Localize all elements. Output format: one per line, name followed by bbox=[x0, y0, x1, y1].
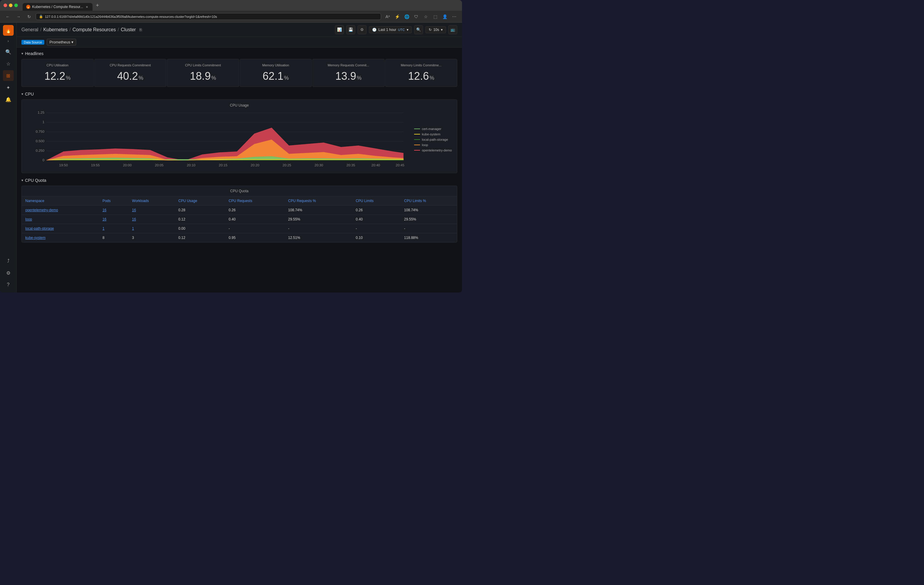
sidebar-item-search[interactable]: 🔍 bbox=[3, 46, 14, 57]
user-avatar[interactable]: 👤 bbox=[441, 13, 449, 21]
col-cpu-requests: CPU Requests bbox=[225, 197, 285, 206]
new-tab-button[interactable]: + bbox=[94, 2, 101, 9]
headline-card-mem-util: Memory Utilisation 62.1% bbox=[240, 59, 312, 87]
workloads-link-lps[interactable]: 1 bbox=[132, 226, 134, 231]
close-button[interactable] bbox=[3, 3, 7, 7]
svg-text:20:25: 20:25 bbox=[283, 164, 291, 167]
headline-value-mem-util: 62.1% bbox=[245, 70, 307, 83]
cpu-section-header[interactable]: ▾ CPU bbox=[21, 92, 457, 96]
breadcrumb-kubernetes[interactable]: Kubernetes bbox=[43, 27, 68, 32]
browser-tab[interactable]: 🔥 Kubernetes / Compute Resour... ✕ bbox=[23, 3, 92, 11]
breadcrumb-cluster[interactable]: Cluster bbox=[121, 27, 136, 32]
sidebar-item-help[interactable]: ? bbox=[3, 279, 14, 290]
forward-button[interactable]: → bbox=[14, 13, 23, 21]
sidebar-bottom: ⤴ ⚙ ? bbox=[3, 256, 14, 290]
minimize-button[interactable] bbox=[9, 3, 13, 7]
sidebar-toggle-button[interactable]: › bbox=[3, 38, 14, 44]
profile-icon[interactable]: 🌐 bbox=[403, 13, 411, 21]
back-button[interactable]: ← bbox=[3, 13, 12, 21]
svg-text:1: 1 bbox=[43, 121, 45, 124]
pods-link-loop[interactable]: 16 bbox=[102, 217, 106, 221]
pods-link-otel[interactable]: 16 bbox=[102, 208, 106, 212]
star-icon[interactable]: ☆ bbox=[422, 13, 430, 21]
grafana-logo[interactable]: 🔥 bbox=[3, 25, 14, 36]
cpu-requests-pct-lps: - bbox=[285, 224, 352, 233]
translate-icon[interactable]: Aᵃ bbox=[383, 13, 392, 21]
datasource-label: Data Source bbox=[21, 40, 45, 45]
legend-color-loop bbox=[414, 145, 420, 145]
sidebar-item-settings[interactable]: ⚙ bbox=[3, 268, 14, 278]
more-options-icon[interactable]: ⋯ bbox=[450, 13, 459, 21]
cpu-usage-otel: 0.28 bbox=[175, 206, 225, 215]
cpu-requests-pct-kube: 12.51% bbox=[285, 233, 352, 243]
headline-title-mem-req: Memory Requests Commit... bbox=[317, 63, 380, 67]
svg-text:20:15: 20:15 bbox=[219, 164, 227, 167]
headlines-section-header[interactable]: ▾ Headlines bbox=[21, 51, 457, 56]
time-range-picker[interactable]: 🕐 Last 1 hour UTC ▾ bbox=[369, 26, 412, 33]
cpu-requests-lps: - bbox=[225, 224, 285, 233]
refresh-button[interactable]: ↻ 10s ▾ bbox=[426, 26, 446, 33]
svg-text:20:20: 20:20 bbox=[251, 164, 259, 167]
col-namespace: Namespace bbox=[22, 197, 99, 206]
workloads-link-loop[interactable]: 16 bbox=[132, 217, 136, 221]
cpu-requests-pct-otel: 108.74% bbox=[285, 206, 352, 215]
time-range-text: Last 1 hour bbox=[378, 28, 396, 32]
refresh-nav-button[interactable]: ↻ bbox=[25, 13, 33, 21]
namespace-link-lps[interactable]: local-path-storage bbox=[25, 226, 54, 231]
namespace-link-kube[interactable]: kube-system bbox=[25, 236, 46, 240]
address-bar[interactable]: 🔒 127.0.0.1:61697/d/efa86fd1d0c121a26444… bbox=[36, 13, 381, 20]
share-icon[interactable]: ⎘ bbox=[140, 27, 142, 32]
sidebar-item-alerting[interactable]: 🔔 bbox=[3, 94, 14, 105]
tab-close-button[interactable]: ✕ bbox=[85, 5, 89, 9]
pods-link-lps[interactable]: 1 bbox=[102, 226, 104, 231]
cpu-chevron: ▾ bbox=[21, 92, 23, 96]
cpu-quota-section: CPU Quota Namespace Pods Workloads CPU U… bbox=[21, 186, 457, 243]
refresh-chevron: ▾ bbox=[441, 28, 443, 32]
breadcrumb-compute[interactable]: Compute Resources bbox=[73, 27, 116, 32]
toolbar: Data Source Prometheus ▾ bbox=[16, 37, 462, 48]
col-pods: Pods bbox=[99, 197, 128, 206]
cpu-chart-area: 1.25 1 0.750 0.500 0.250 0 bbox=[25, 110, 454, 169]
headline-card-cpu-req: CPU Requests Commitment 40.2% bbox=[94, 59, 167, 87]
cpu-requests-pct-loop: 29.55% bbox=[285, 215, 352, 224]
svg-text:0.250: 0.250 bbox=[36, 149, 45, 152]
sidebar-item-signout[interactable]: ⤴ bbox=[3, 256, 14, 266]
extensions-icon[interactable]: ⚡ bbox=[393, 13, 401, 21]
namespace-link-otel[interactable]: opentelemetry-demo bbox=[25, 208, 58, 212]
cpu-usage-lps: 0.00 bbox=[175, 224, 225, 233]
cpu-quota-section-header[interactable]: ▾ CPU Quota bbox=[21, 178, 457, 183]
legend-label-cert-manager: cert-manager bbox=[422, 127, 441, 131]
legend-local-path-storage: local-path-storage bbox=[414, 138, 454, 141]
dashboard-settings-button[interactable]: ⚙ bbox=[358, 25, 366, 34]
cpu-quota-table: Namespace Pods Workloads CPU Usage CPU R… bbox=[22, 197, 457, 242]
datasource-dropdown[interactable]: Prometheus ▾ bbox=[47, 39, 76, 46]
cpu-usage-loop: 0.12 bbox=[175, 215, 225, 224]
zoom-out-button[interactable]: 🔍 bbox=[414, 25, 423, 34]
sidebar-item-starred[interactable]: ☆ bbox=[3, 58, 14, 69]
sidebar-item-explore[interactable]: ✦ bbox=[3, 82, 14, 93]
namespace-link-loop[interactable]: loop bbox=[25, 217, 32, 221]
headline-title-cpu-lim: CPU Limits Commitment bbox=[172, 63, 234, 67]
sidebar: 🔥 › 🔍 ☆ ⊞ ✦ 🔔 ⤴ ⚙ ? bbox=[0, 23, 16, 292]
headline-value-cpu-req: 40.2% bbox=[99, 70, 162, 83]
headline-card-cpu-lim: CPU Limits Commitment 18.9% bbox=[167, 59, 239, 87]
add-panel-button[interactable]: 📊 bbox=[335, 25, 344, 34]
breadcrumb-general[interactable]: General bbox=[21, 27, 38, 32]
workloads-link-otel[interactable]: 16 bbox=[132, 208, 136, 212]
headline-card-cpu-util: CPU Utilisation 12.2% bbox=[21, 59, 94, 87]
maximize-button[interactable] bbox=[14, 3, 18, 7]
shield-icon[interactable]: 🛡 bbox=[412, 13, 420, 21]
table-row: local-path-storage 1 1 0.00 - - - - bbox=[22, 224, 457, 233]
headline-value-cpu-lim: 18.9% bbox=[172, 70, 234, 83]
refresh-interval-text: 10s bbox=[434, 28, 439, 32]
legend-label-kube-system: kube-system bbox=[422, 132, 440, 136]
sidebar-item-dashboards[interactable]: ⊞ bbox=[3, 70, 14, 81]
headlines-grid: CPU Utilisation 12.2% CPU Requests Commi… bbox=[21, 59, 457, 87]
timezone-label: UTC bbox=[398, 28, 405, 31]
cpu-limits-loop: 0.40 bbox=[352, 215, 401, 224]
nav-actions: Aᵃ ⚡ 🌐 🛡 ☆ ⬚ 👤 ⋯ bbox=[383, 13, 459, 21]
save-dashboard-button[interactable]: 💾 bbox=[346, 25, 355, 34]
tv-mode-button[interactable]: 📺 bbox=[448, 25, 457, 34]
headline-value-cpu-util: 12.2% bbox=[26, 70, 89, 83]
collections-icon[interactable]: ⬚ bbox=[431, 13, 439, 21]
